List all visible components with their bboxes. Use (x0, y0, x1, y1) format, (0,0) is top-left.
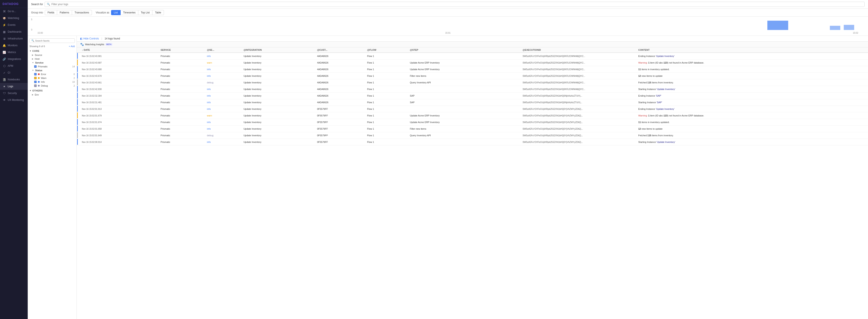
table-row[interactable]: Nov 16 15:02:31.481 Prismatic info Updat… (77, 99, 868, 106)
th-content[interactable]: CONTENT (637, 47, 868, 53)
td-flow: Flow 1 (365, 53, 408, 59)
facet-status-debug[interactable]: ✓ Debug 2 (28, 84, 76, 88)
facets-showing-label: Showing 6 of 6 (29, 45, 45, 48)
chevron-down-icon: ▼ (32, 62, 34, 64)
th-se[interactable]: @SE... (205, 47, 242, 53)
search-box[interactable]: 🔍 (44, 2, 865, 7)
facet-group-others-header[interactable]: ▼ OTHERS (28, 88, 76, 93)
sidebar-item-apm[interactable]: ⬡APM (0, 62, 28, 69)
sidebar-item-infrastructure[interactable]: 🖥Infrastructure (0, 35, 28, 42)
info-count: 10 (72, 81, 75, 83)
visualize-as-buttons: List Timeseries Top List Table (111, 10, 164, 15)
facets-add-button[interactable]: + Add (69, 45, 75, 48)
sidebar-item-events[interactable]: ⚡Events (0, 22, 28, 28)
chevron-right-icon: ▶ (32, 58, 33, 60)
table-row[interactable]: Nov 16 15:02:43.687 Prismatic warn Updat… (77, 59, 868, 66)
td-cust: 0F5579FF (315, 132, 365, 139)
logs-table-wrapper: ↓ DATE SERVICE @SE... @INTEGRATION @CUST… (77, 47, 868, 319)
warn-count: 2 (73, 77, 75, 79)
top-list-button[interactable]: Top List (138, 10, 152, 15)
table-row[interactable]: Nov 16 15:02:32.304 Prismatic info Updat… (77, 92, 868, 99)
td-step (408, 53, 521, 59)
warn-checkbox[interactable]: ✓ (34, 77, 37, 79)
sidebar-item-monitors[interactable]: 🔔Monitors (0, 42, 28, 49)
table-row[interactable]: Nov 16 15:02:01.674 Prismatic info Updat… (77, 119, 868, 125)
chart-time-0: 15:00 (37, 32, 43, 34)
chart-time-1: 15:01 (445, 32, 451, 34)
table-row[interactable]: Nov 16 15:02:42.830 Prismatic info Updat… (77, 86, 868, 92)
td-flow: Flow 1 (365, 119, 408, 125)
sidebar-item-metrics[interactable]: 📈Metrics (0, 49, 28, 56)
error-checkbox[interactable]: ✓ (34, 73, 37, 76)
th-flow[interactable]: @FLOW (365, 47, 408, 53)
transactions-button[interactable]: Transactions (72, 10, 92, 15)
facet-status-info[interactable]: ✓ Info 10 (28, 80, 76, 84)
info-checkbox[interactable]: ✓ (34, 81, 37, 83)
integrations-icon: 🔗 (3, 57, 6, 61)
facet-status-warn[interactable]: ✓ Warn 2 (28, 76, 76, 80)
sidebar-item-dashboards[interactable]: ▦Dashboards (0, 28, 28, 35)
table-row[interactable]: Nov 16 15:02:01.649 Prismatic debug Upda… (77, 132, 868, 139)
table-row[interactable]: Nov 16 15:02:43.901 Prismatic info Updat… (77, 53, 868, 59)
facets-panel: 🔍 Showing 6 of 6 + Add ▼ CORE ▶ Source (28, 36, 77, 319)
facets-search-input[interactable] (35, 39, 73, 42)
th-step[interactable]: @STEP (408, 47, 521, 53)
results-count: 14 logs found (105, 37, 120, 40)
table-row[interactable]: Nov 16 15:02:00.914 Prismatic info Updat… (77, 139, 868, 145)
svg-rect-2 (844, 25, 854, 30)
debug-count: 2 (73, 84, 75, 87)
td-content: 12 new items to update (637, 73, 868, 79)
timeseries-button[interactable]: Timeseries (121, 10, 138, 15)
th-cust[interactable]: @CUST... (315, 47, 365, 53)
th-executionid[interactable]: @EXECUTIONID (521, 47, 637, 53)
facet-status-error[interactable]: ✓ Error 0 (28, 72, 76, 76)
debug-checkbox[interactable]: ✓ (34, 84, 37, 87)
sidebar-item-ux-monitoring[interactable]: 👁UX Monitoring (0, 96, 28, 104)
prismatic-checkbox[interactable]: ✓ (34, 65, 37, 68)
row-indicator (77, 73, 80, 79)
facets-search-box[interactable]: 🔍 (29, 38, 75, 43)
table-row[interactable]: Nov 16 15:02:43.680 Prismatic info Updat… (77, 66, 868, 73)
sidebar-item-ci[interactable]: ✓CI (0, 69, 28, 76)
table-button[interactable]: Table (152, 10, 164, 15)
facet-host[interactable]: ▶ Host (28, 57, 76, 61)
th-integration[interactable]: @INTEGRATION (242, 47, 315, 53)
watchdog-icon: 🐶 (3, 17, 6, 20)
th-date[interactable]: ↓ DATE (80, 47, 159, 53)
chart-y-max: 5 (31, 18, 32, 21)
sidebar-item-integrations[interactable]: 🔗Integrations (0, 56, 28, 62)
hide-controls-button[interactable]: ◧ Hide Controls (80, 37, 99, 40)
table-row[interactable]: Nov 16 15:02:01.679 Prismatic warn Updat… (77, 112, 868, 119)
td-content: Starting Instance 'SAP' (637, 99, 868, 106)
facet-env[interactable]: ▶ Env (28, 93, 76, 96)
table-row[interactable]: Nov 16 15:02:43.670 Prismatic info Updat… (77, 73, 868, 79)
facet-status-header[interactable]: ▼ Status (28, 68, 76, 72)
row-indicator (77, 132, 80, 139)
table-row[interactable]: Nov 16 15:02:43.661 Prismatic debug Upda… (77, 79, 868, 86)
facet-status-label: Status (35, 69, 42, 71)
svg-rect-0 (767, 21, 788, 30)
list-button[interactable]: List (111, 10, 121, 15)
facet-group-core-header[interactable]: ▼ CORE (28, 49, 76, 53)
sidebar-item-notebooks[interactable]: 📓Notebooks (0, 76, 28, 83)
patterns-button[interactable]: Patterns (57, 10, 72, 15)
sidebar-item-logs[interactable]: ≡Logs (0, 83, 28, 90)
table-row[interactable]: Nov 16 15:02:01.913 Prismatic info Updat… (77, 106, 868, 112)
facet-service-header[interactable]: ▼ Service (28, 61, 76, 65)
sidebar-item-security[interactable]: 🛡Security (0, 90, 28, 96)
td-executionid: SW5zdGFuY2VFeGVjdXRpb25SZXN1bHQ6YjVhZWYy… (521, 125, 637, 132)
error-label: Error (41, 73, 46, 76)
table-row[interactable]: Nov 16 15:02:01.658 Prismatic info Updat… (77, 125, 868, 132)
th-service[interactable]: SERVICE (159, 47, 205, 53)
sidebar-item-goto[interactable]: ⌘Go to... (0, 8, 28, 15)
facet-service-prismatic[interactable]: ✓ Prismatic 14 (28, 65, 76, 68)
td-content: Fetched 115 items from inventory. (637, 132, 868, 139)
td-service: Prismatic (159, 139, 205, 145)
notebooks-icon: 📓 (3, 78, 6, 81)
facet-source[interactable]: ▶ Source (28, 53, 76, 57)
td-integration: Update Inventory (242, 53, 315, 59)
error-count: 0 (73, 73, 75, 76)
search-input[interactable] (51, 3, 862, 6)
fields-button[interactable]: Fields (45, 10, 57, 15)
sidebar-item-watchdog[interactable]: 🐶Watchdog (0, 15, 28, 22)
